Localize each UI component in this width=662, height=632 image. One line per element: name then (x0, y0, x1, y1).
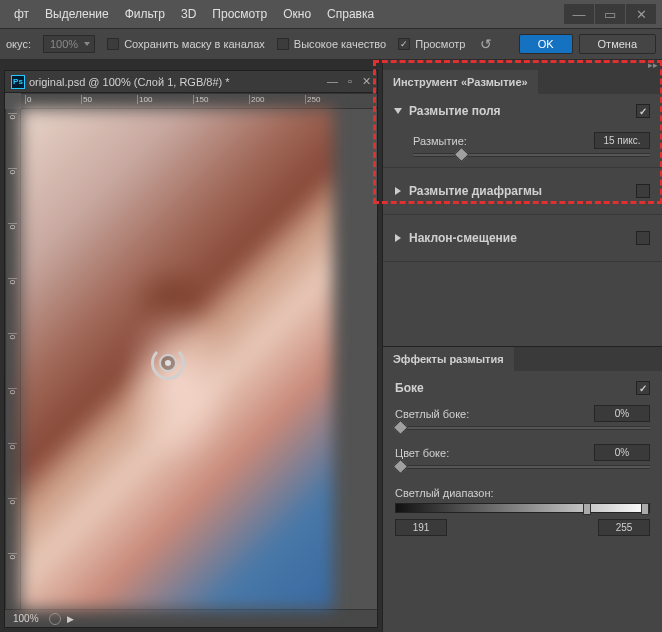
vertical-ruler[interactable]: 0 0 0 0 0 0 0 0 0 (5, 109, 21, 609)
checkbox-icon (277, 38, 289, 50)
tilt-shift-header[interactable]: Наклон-смещение (395, 231, 650, 245)
save-mask-checkbox[interactable]: Сохранить маску в каналах (107, 38, 265, 50)
triangle-right-icon (395, 187, 401, 195)
iris-blur-header[interactable]: Размытие диафрагмы (395, 184, 650, 198)
maximize-button[interactable]: ▭ (595, 4, 625, 24)
panel-tabbar: Инструмент «Размытие» (383, 70, 662, 94)
triangle-right-icon (395, 234, 401, 242)
blur-amount-slider[interactable] (413, 153, 650, 157)
focus-dropdown[interactable]: 100% (43, 35, 95, 53)
status-bar: 100% ▶ (5, 609, 377, 627)
options-bar: окус: 100% Сохранить маску в каналах Выс… (0, 28, 662, 60)
color-bokeh-slider[interactable] (395, 465, 650, 469)
blur-amount-label: Размытие: (413, 135, 467, 147)
panel-collapse-icon[interactable]: ▸▸ (383, 60, 662, 70)
close-button[interactable]: ✕ (626, 4, 656, 24)
menu-item[interactable]: 3D (173, 7, 204, 21)
triangle-down-icon (394, 108, 402, 114)
horizontal-ruler[interactable]: 0 50 100 150 200 250 (21, 93, 377, 109)
light-bokeh-label: Светлый боке: (395, 408, 469, 420)
info-arrow-icon[interactable]: ▶ (67, 614, 74, 624)
light-range-slider[interactable] (395, 503, 650, 513)
slider-thumb[interactable] (393, 459, 409, 475)
light-bokeh-value[interactable]: 0% (594, 405, 650, 422)
canvas[interactable] (21, 109, 333, 609)
field-blur-header[interactable]: Размытие поля ✓ (395, 104, 650, 118)
tilt-shift-section: Наклон-смещение (383, 215, 662, 262)
document-title: original.psd @ 100% (Слой 1, RGB/8#) * (29, 76, 327, 88)
preview-checkbox[interactable]: ✓Просмотр (398, 38, 465, 50)
color-bokeh-label: Цвет боке: (395, 447, 449, 459)
iris-blur-section: Размытие диафрагмы (383, 168, 662, 215)
slider-thumb[interactable] (393, 420, 409, 436)
focus-label: окус: (6, 38, 31, 50)
light-range-low[interactable]: 191 (395, 519, 447, 536)
document-area: Ps original.psd @ 100% (Слой 1, RGB/8#) … (0, 60, 382, 632)
minimize-button[interactable]: — (564, 4, 594, 24)
effects-tab[interactable]: Эффекты размытия (383, 347, 514, 371)
iris-blur-checkbox[interactable] (636, 184, 650, 198)
range-thumb-high[interactable] (641, 503, 649, 515)
blur-amount-value[interactable]: 15 пикс. (594, 132, 650, 149)
blur-tool-tab[interactable]: Инструмент «Размытие» (383, 70, 538, 94)
bokeh-label: Боке (395, 381, 424, 395)
light-range-label: Светлый диапазон: (395, 487, 494, 499)
menu-bar: фт Выделение Фильтр 3D Просмотр Окно Спр… (0, 0, 662, 28)
slider-thumb[interactable] (453, 147, 469, 163)
field-blur-section: Размытие поля ✓ Размытие: 15 пикс. (383, 94, 662, 168)
light-bokeh-slider[interactable] (395, 426, 650, 430)
menu-item[interactable]: Просмотр (204, 7, 275, 21)
panels-area: ▸▸ Инструмент «Размытие» Размытие поля ✓… (382, 60, 662, 632)
doc-maximize-icon[interactable]: ▫ (348, 75, 352, 88)
ps-icon: Ps (11, 75, 25, 89)
range-thumb-low[interactable] (583, 503, 591, 515)
high-quality-checkbox[interactable]: Высокое качество (277, 38, 386, 50)
menu-item[interactable]: Фильтр (117, 7, 173, 21)
document-titlebar: Ps original.psd @ 100% (Слой 1, RGB/8#) … (5, 71, 377, 93)
document-window: Ps original.psd @ 100% (Слой 1, RGB/8#) … (4, 70, 378, 628)
menu-item[interactable]: Выделение (37, 7, 117, 21)
status-icon[interactable] (49, 613, 61, 625)
color-bokeh-value[interactable]: 0% (594, 444, 650, 461)
menu-item[interactable]: Окно (275, 7, 319, 21)
menu-item[interactable]: фт (6, 7, 37, 21)
doc-close-icon[interactable]: ✕ (362, 75, 371, 88)
effects-tabbar: Эффекты размытия (383, 347, 662, 371)
bokeh-checkbox[interactable]: ✓ (636, 381, 650, 395)
doc-minimize-icon[interactable]: — (327, 75, 338, 88)
checkbox-icon: ✓ (398, 38, 410, 50)
tilt-shift-checkbox[interactable] (636, 231, 650, 245)
checkbox-icon (107, 38, 119, 50)
zoom-level[interactable]: 100% (13, 613, 39, 624)
window-controls: — ▭ ✕ (563, 4, 656, 24)
ok-button[interactable]: OK (519, 34, 573, 54)
menu-item[interactable]: Справка (319, 7, 382, 21)
field-blur-checkbox[interactable]: ✓ (636, 104, 650, 118)
blur-tool-panel: Инструмент «Размытие» Размытие поля ✓ Ра… (383, 70, 662, 560)
cancel-button[interactable]: Отмена (579, 34, 656, 54)
reset-icon[interactable]: ↺ (477, 35, 495, 53)
blur-effects-panel: Эффекты размытия Боке ✓ Светлый боке: 0% (383, 346, 662, 560)
light-range-high[interactable]: 255 (598, 519, 650, 536)
